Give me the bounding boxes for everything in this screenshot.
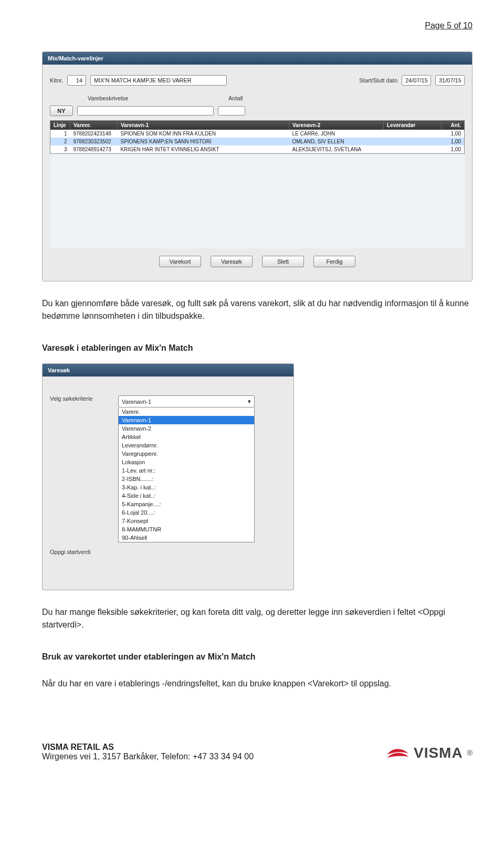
footer-address: Wirgenes vei 1, 3157 Barkåker, Telefon: …: [42, 752, 254, 761]
dropdown-option[interactable]: 6-Lojal 20....:: [119, 508, 254, 517]
search-panel-title: Varesøk: [43, 364, 293, 377]
grid-empty-area: [50, 154, 465, 248]
kitnr-input[interactable]: 14: [67, 75, 86, 86]
varebeskrivelse-label: Varebeskrivelse: [88, 95, 224, 101]
table-row[interactable]: 29788230323502SPIONENS KAMP;EN SANN HIST…: [50, 138, 465, 145]
varekort-button[interactable]: Varekort: [159, 256, 201, 267]
table-cell: 1,00: [442, 130, 465, 138]
th-leverandor: Leverandør: [384, 121, 442, 130]
kitnr-label: Kitnr.: [50, 77, 63, 83]
dropdown-option[interactable]: 2-ISBN.......:: [119, 475, 254, 483]
th-varenavn1: Varenavn-1: [118, 121, 289, 130]
page-footer: VISMA RETAIL AS Wirgenes vei 1, 3157 Bar…: [42, 743, 472, 761]
logo-text: VISMA: [414, 745, 463, 761]
dropdown-option[interactable]: 8-MAMMUTNR: [119, 525, 254, 534]
table-cell: LE CARRé, JOHN: [289, 130, 384, 138]
table-cell: KRIGEN HAR INTET KVINNELIG ANSIKT: [118, 145, 289, 154]
button-bar: Varekort Varesøk Slett Ferdig: [50, 248, 465, 275]
th-varenavn2: Varenavn-2: [289, 121, 384, 130]
mixmatch-panel: Mix/Match-varelinjer Kitnr. 14 MIX'N MAT…: [42, 51, 472, 281]
dropdown-option[interactable]: Leverandørnr.: [119, 441, 254, 450]
chevron-down-icon: ▾: [248, 398, 251, 405]
page-number: Page 5 of 10: [42, 21, 472, 30]
kriterie-label: Velg søkekriterie: [50, 395, 108, 402]
table-cell: ALEKSIJEVITSJ, SVETLANA: [289, 145, 384, 154]
dropdown-option[interactable]: 5-Kampanje....:: [119, 500, 254, 508]
panel-title: Mix/Match-varelinjer: [43, 52, 472, 65]
dropdown-option[interactable]: Varenr.: [119, 407, 254, 416]
ferdig-button[interactable]: Ferdig: [313, 256, 355, 267]
kriterie-dropdown-list: Varenr.Varenavn-1Varenavn-2ArtikkelLever…: [118, 407, 255, 542]
antall-input[interactable]: [218, 106, 245, 116]
table-cell: 3: [50, 145, 70, 154]
kriterie-select[interactable]: Varenavn-1 ▾: [118, 395, 255, 407]
table-cell: 2: [50, 138, 70, 145]
dropdown-option[interactable]: 90-Ahlsell: [119, 534, 254, 542]
dropdown-option[interactable]: Artikkel: [119, 433, 254, 441]
dropdown-option[interactable]: 7-Konsept: [119, 517, 254, 525]
table-row[interactable]: 19788202423148SPIONEN SOM KOM INN FRA KU…: [50, 130, 465, 138]
enddate-input[interactable]: 31/07/15: [435, 75, 465, 86]
dropdown-option[interactable]: Lokasjon: [119, 458, 254, 466]
kriterie-selected-value: Varenavn-1: [122, 399, 151, 405]
table-cell: SPIONENS KAMP;EN SANN HISTORI: [118, 138, 289, 145]
registered-icon: ®: [467, 749, 472, 757]
th-ant: Ant.: [442, 121, 465, 130]
table-cell: OMLAND, SIV ELLEN: [289, 138, 384, 145]
table-cell: 1: [50, 130, 70, 138]
intro-paragraph: Du kan gjennomføre både varesøk, og full…: [42, 297, 472, 322]
varelinjer-table: Linje Varenr. Varenavn-1 Varenavn-2 Leve…: [50, 120, 465, 154]
startverdi-label: Oppgi startverdi: [50, 549, 108, 555]
dropdown-option[interactable]: Varegruppenr.: [119, 450, 254, 458]
section2-heading: Bruk av varekortet under etableringen av…: [42, 652, 472, 662]
table-cell: 1,00: [442, 138, 465, 145]
table-cell: [384, 138, 442, 145]
visma-logo: VISMA ®: [386, 744, 472, 761]
th-varenr: Varenr.: [70, 121, 118, 130]
table-cell: [384, 130, 442, 138]
table-row[interactable]: 39788248914273KRIGEN HAR INTET KVINNELIG…: [50, 145, 465, 154]
startslutt-label: Start/Slutt dato: [359, 77, 397, 83]
table-cell: [384, 145, 442, 154]
logo-swoosh-icon: [386, 744, 410, 761]
table-cell: SPIONEN SOM KOM INN FRA KULDEN: [118, 130, 289, 138]
kitname-input[interactable]: MIX'N MATCH KAMPJE MED VARER: [90, 75, 227, 86]
paragraph-2: Du har mange fleksible søkekriterier, og…: [42, 606, 472, 631]
table-cell: 9788202423148: [70, 130, 118, 138]
varesok-button[interactable]: Varesøk: [211, 256, 253, 267]
th-linje: Linje: [50, 121, 70, 130]
ny-button[interactable]: NY: [50, 106, 73, 116]
dropdown-option[interactable]: 3-Kap. i kat..:: [119, 483, 254, 492]
dropdown-option[interactable]: 4-Side i kat..:: [119, 492, 254, 500]
footer-company: VISMA RETAIL AS: [42, 743, 114, 751]
footer-text: VISMA RETAIL AS Wirgenes vei 1, 3157 Bar…: [42, 743, 254, 761]
varesok-panel: Varesøk Velg søkekriterie Varenavn-1 ▾ V…: [42, 363, 294, 590]
startdate-input[interactable]: 24/07/15: [402, 75, 431, 86]
paragraph-3: Når du har en vare i etablerings -/endri…: [42, 677, 472, 690]
dropdown-option[interactable]: Varenavn-1: [119, 416, 254, 424]
table-cell: 9788230323502: [70, 138, 118, 145]
dropdown-option[interactable]: 1-Lev. art nr.:: [119, 466, 254, 475]
table-cell: 1,00: [442, 145, 465, 154]
antall-label: Antall: [228, 95, 260, 101]
slett-button[interactable]: Slett: [262, 256, 304, 267]
section1-heading: Varesøk i etableringen av Mix'n Match: [42, 343, 472, 353]
table-cell: 9788248914273: [70, 145, 118, 154]
varebeskrivelse-input[interactable]: [77, 106, 214, 116]
dropdown-option[interactable]: Varenavn-2: [119, 424, 254, 433]
